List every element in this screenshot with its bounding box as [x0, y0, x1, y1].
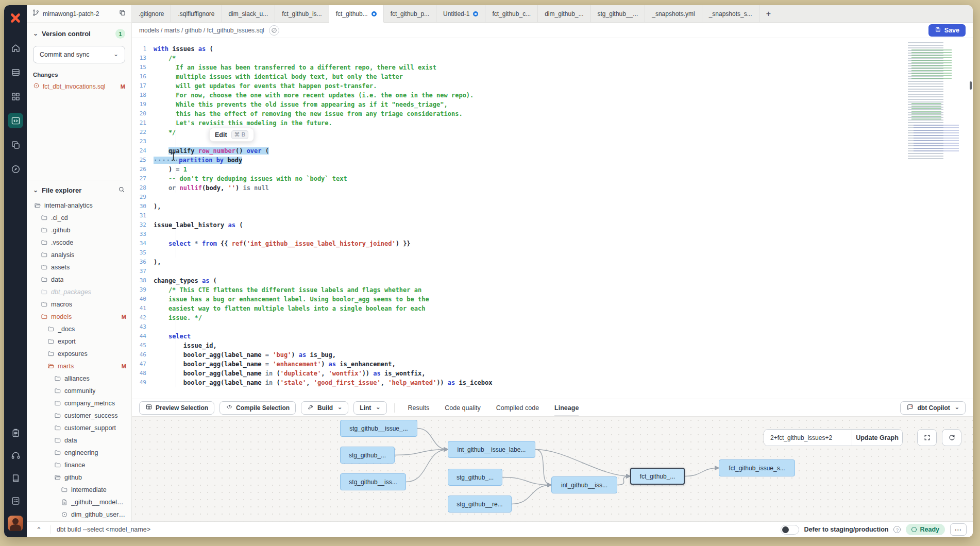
- refresh-icon[interactable]: [942, 429, 961, 446]
- code-line[interactable]: 23: [132, 137, 973, 146]
- code-line[interactable]: 36),: [132, 258, 973, 267]
- lineage-node[interactable]: int_github__iss...: [551, 476, 617, 493]
- file-tree-folder[interactable]: engineering: [27, 447, 131, 459]
- editor-tab[interactable]: _snapshots_s...: [702, 5, 759, 22]
- code-line[interactable]: 47 boolor_agg(label_name = 'enhancement'…: [132, 360, 973, 369]
- update-graph-button[interactable]: Update Graph: [852, 430, 902, 446]
- dbt-logo-icon[interactable]: [8, 10, 23, 26]
- status-badge[interactable]: Ready: [906, 524, 945, 535]
- editor-tab[interactable]: fct_github...: [329, 5, 384, 23]
- editor-tab[interactable]: fct_github_p...: [384, 5, 436, 22]
- file-tree-folder[interactable]: customer_support: [27, 422, 131, 434]
- lineage-node[interactable]: fct_github_issue_s...: [719, 459, 795, 476]
- code-line[interactable]: 37: [132, 267, 973, 276]
- file-tree-file[interactable]: dim_github_users.sql: [27, 508, 131, 521]
- code-line[interactable]: 18 For now, choose the one with more rec…: [132, 91, 973, 100]
- changelog-clipboard-icon[interactable]: [8, 425, 23, 440]
- file-tree-folder[interactable]: .vscode: [27, 236, 131, 249]
- file-tree-file[interactable]: _github__models.yml: [27, 496, 131, 508]
- copy-icon[interactable]: [119, 9, 126, 19]
- edit-popup-label[interactable]: Edit: [215, 131, 227, 139]
- code-line[interactable]: 17 will get updates for events that happ…: [132, 81, 973, 91]
- compare-branches-icon[interactable]: [8, 137, 23, 152]
- code-line[interactable]: 42 issue. */: [132, 313, 973, 322]
- code-line[interactable]: 22 */: [132, 128, 973, 137]
- lint-button[interactable]: Lint ⌄: [353, 401, 386, 415]
- branch-name[interactable]: mirnawong1-patch-2: [43, 10, 115, 18]
- code-line[interactable]: 40 issue has a bug or enhancement label.…: [132, 295, 973, 304]
- file-tree-folder[interactable]: internal-analytics: [27, 199, 131, 212]
- file-tree-folder[interactable]: exposures: [27, 348, 131, 360]
- fullscreen-icon[interactable]: [917, 429, 937, 446]
- code-line[interactable]: 48 boolor_agg(label_name in ('duplicate'…: [132, 369, 973, 378]
- user-avatar[interactable]: [8, 516, 23, 531]
- help-icon[interactable]: ?: [893, 526, 901, 533]
- version-control-header[interactable]: ⌄ Version control 1: [33, 29, 125, 39]
- code-line[interactable]: 30),: [132, 202, 973, 211]
- ide-editor-icon[interactable]: [8, 113, 23, 128]
- release-notes-icon[interactable]: [8, 493, 23, 508]
- code-line[interactable]: 35: [132, 248, 973, 258]
- file-tree-folder[interactable]: finance: [27, 459, 131, 471]
- code-line[interactable]: 27 -- don't try deduping issues with no …: [132, 174, 973, 183]
- code-line[interactable]: 32issue_label_history as (: [132, 220, 973, 230]
- chevron-down-icon[interactable]: ⌄: [376, 404, 380, 410]
- code-line[interactable]: 44 select: [132, 332, 973, 341]
- code-line[interactable]: 1with issues as (: [132, 44, 973, 54]
- file-tree-folder[interactable]: data: [27, 434, 131, 447]
- code-line[interactable]: 29: [132, 193, 973, 202]
- code-line[interactable]: 31: [132, 211, 973, 220]
- support-headset-icon[interactable]: [8, 448, 23, 463]
- code-line[interactable]: 33: [132, 230, 973, 239]
- panel-tab-code-quality[interactable]: Code quality: [445, 399, 481, 417]
- file-tree-folder[interactable]: github: [27, 471, 131, 484]
- save-button[interactable]: Save: [928, 24, 966, 37]
- code-line[interactable]: 45 issue_id,: [132, 341, 973, 350]
- home-icon[interactable]: [8, 40, 23, 56]
- file-tree-folder[interactable]: intermediate: [27, 484, 131, 496]
- preview-selection-button[interactable]: Preview Selection: [139, 401, 214, 415]
- changed-file-item[interactable]: fct_dbt_invocations.sql M: [33, 82, 125, 91]
- file-tree-folder[interactable]: modelsM: [27, 311, 131, 323]
- code-line[interactable]: 20 this has the effect of removing the n…: [132, 109, 973, 118]
- file-tree-folder[interactable]: assets: [27, 261, 131, 274]
- file-tree-folder[interactable]: export: [27, 335, 131, 348]
- new-tab-button[interactable]: +: [759, 5, 778, 22]
- code-line[interactable]: 13 /*: [132, 54, 973, 63]
- search-icon[interactable]: [118, 186, 125, 195]
- file-tree-folder[interactable]: community: [27, 385, 131, 397]
- editor-tab[interactable]: .gitignore: [132, 5, 171, 22]
- code-line[interactable]: 39 /* This CTE flattens the different is…: [132, 285, 973, 295]
- code-line[interactable]: 26 ) = 1: [132, 165, 973, 174]
- file-tree-folder[interactable]: analysis: [27, 249, 131, 261]
- dbt-copilot-button[interactable]: dbt Copilot ⌄: [900, 401, 966, 415]
- compile-selection-button[interactable]: Compile Selection: [219, 401, 296, 415]
- minimap[interactable]: [908, 42, 966, 160]
- code-line[interactable]: 16 multiple issues with identical body t…: [132, 72, 973, 81]
- commit-and-sync-button[interactable]: Commit and sync ⌄: [33, 46, 125, 63]
- code-line[interactable]: 34 select * from {{ ref('int_github__iss…: [132, 239, 973, 248]
- code-line[interactable]: 38change_types as (: [132, 276, 973, 285]
- file-tree-folder[interactable]: macros: [27, 298, 131, 311]
- file-tree-folder[interactable]: alliances: [27, 372, 131, 385]
- editor-scrollbar-thumb[interactable]: [970, 81, 972, 90]
- code-line[interactable]: 15 If an issue has been transferred to a…: [132, 63, 973, 72]
- lineage-node[interactable]: fct_github_...: [630, 468, 685, 485]
- dbt-command-input[interactable]: [56, 525, 272, 534]
- lineage-node[interactable]: stg_github__re...: [448, 496, 512, 513]
- file-actions-icon[interactable]: [269, 25, 279, 36]
- panel-tab-results[interactable]: Results: [408, 399, 430, 417]
- editor-tab[interactable]: fct_github_c...: [485, 5, 538, 22]
- lineage-selector-input[interactable]: [764, 430, 852, 446]
- editor-tab[interactable]: _snapshots.yml: [645, 5, 702, 22]
- panel-tab-lineage[interactable]: Lineage: [554, 399, 579, 417]
- file-tree-folder[interactable]: company_metrics: [27, 397, 131, 410]
- code-line[interactable]: 19 While this prevents the old issue fro…: [132, 100, 973, 109]
- lineage-node[interactable]: int_github__issue_labe...: [448, 441, 535, 458]
- more-options-button[interactable]: ⋯: [950, 523, 967, 536]
- environments-icon[interactable]: [8, 64, 23, 80]
- code-line[interactable]: 24 qualify row_number() over (: [132, 146, 973, 156]
- code-line[interactable]: 28 or nullif(body, '') is null: [132, 183, 973, 193]
- file-tree-folder[interactable]: .github: [27, 224, 131, 236]
- build-button[interactable]: Build ⌄: [301, 401, 348, 415]
